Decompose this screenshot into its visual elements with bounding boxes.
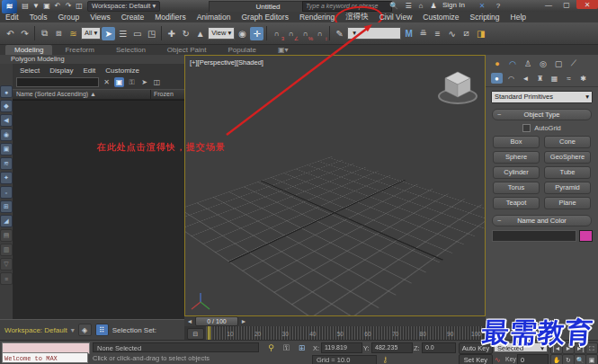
column-name[interactable]: Name (Sorted Ascending) ▲ [13, 90, 150, 99]
display-bones-icon[interactable]: ✦ [0, 172, 13, 184]
selection-filter-dropdown[interactable]: All ▾ [81, 27, 101, 40]
align-icon[interactable]: ≞ [416, 27, 430, 40]
select-manipulate-icon[interactable]: ✛ [250, 27, 263, 40]
mini-curve-editor-icon[interactable]: ⊟ [187, 328, 204, 340]
select-object-icon[interactable]: ➤ [102, 27, 115, 40]
display-tab-icon[interactable]: ▢ [552, 58, 565, 69]
maximize-viewport-icon[interactable]: ▣ [585, 354, 598, 364]
menu-rendering[interactable]: Rendering [294, 13, 340, 22]
display-helpers-icon[interactable]: ▣ [0, 143, 13, 155]
object-type-rollout[interactable]: − Object Type [492, 109, 592, 120]
explorer-menu-customize[interactable]: Customize [105, 67, 139, 75]
set-key-button[interactable]: Set Key [459, 354, 493, 364]
select-move-icon[interactable]: ✚ [165, 27, 178, 40]
menu-graph-editors[interactable]: Graph Editors [236, 13, 293, 22]
redo-icon[interactable]: ↷ [18, 27, 31, 40]
explorer-column-header[interactable]: Name (Sorted Ascending) ▲ Frozen [13, 89, 184, 100]
maxscript-listener-output[interactable]: Welcome to MAX [2, 352, 88, 363]
primitive-category-dropdown[interactable]: Standard Primitives▾ [491, 91, 593, 103]
create-tab-icon[interactable]: ● [491, 58, 504, 69]
viewcube[interactable] [435, 67, 480, 108]
sign-in-button[interactable]: Sign In [442, 1, 465, 9]
help-icon[interactable]: ? [493, 1, 504, 10]
workspace-selector[interactable]: Workspace: Default [4, 326, 67, 334]
find-icon[interactable]: ▣ [114, 77, 124, 87]
transform-lock-icon[interactable]: ⚿ [281, 342, 292, 353]
mirror-icon[interactable]: M [402, 27, 415, 40]
explorer-folder-icon[interactable]: ◫ [152, 77, 162, 87]
selection-lock-icon[interactable]: ⠿ [95, 324, 109, 336]
track-bar[interactable]: ⊟ 10 20 30 40 50 60 70 80 90 100 [184, 326, 486, 341]
display-cameras-icon[interactable]: ◉ [0, 129, 13, 141]
explorer-menu-display[interactable]: Display [49, 67, 73, 75]
layer-manager-icon[interactable]: ≡ [431, 27, 444, 40]
orbit-icon[interactable]: ↻ [562, 354, 575, 364]
menu-tools[interactable]: Tools [24, 13, 53, 22]
isolate-selection-icon[interactable]: ◈ [78, 324, 92, 336]
snap-toggle-3d-icon[interactable]: ∩3 [270, 27, 283, 40]
select-link-icon[interactable]: ⧉ [38, 27, 51, 40]
menu-modifiers[interactable]: Modifiers [149, 13, 191, 22]
close-button[interactable]: ✕ [576, 0, 598, 9]
utilities-tab-icon[interactable]: ⟋ [567, 58, 580, 69]
named-selection-sets-dropdown[interactable]: ▾ [347, 27, 401, 40]
hierarchy-tab-icon[interactable]: ♙ [522, 58, 534, 69]
cylinder-button[interactable]: Cylinder [493, 166, 540, 179]
x-coordinate-field[interactable]: 119.819 [321, 342, 362, 353]
explorer-menu-select[interactable]: Select [20, 67, 40, 75]
clear-search-icon[interactable]: ✕ [102, 77, 112, 87]
select-rotate-icon[interactable]: ↻ [179, 27, 192, 40]
select-by-name-icon[interactable]: ☰ [116, 27, 129, 40]
tab-selection[interactable]: Selection [107, 45, 155, 55]
display-shapes-icon[interactable]: ◆ [0, 100, 13, 112]
menu-customize[interactable]: Customize [417, 13, 464, 22]
bind-spacewarp-icon[interactable]: ≋ [67, 27, 80, 40]
viewport-label[interactable]: [+][Perspective][Shaded] [190, 58, 263, 67]
object-color-swatch[interactable] [579, 230, 593, 242]
lock-icon[interactable]: ⚿ [127, 77, 137, 87]
reference-coordinate-dropdown[interactable]: View ▾ [208, 27, 235, 40]
plane-button[interactable]: Plane [544, 197, 591, 209]
explorer-menu-edit[interactable]: Edit [83, 67, 95, 75]
edit-named-selection-sets-icon[interactable]: ✎ [333, 27, 346, 40]
absolute-mode-icon[interactable]: ⊞ [296, 342, 308, 353]
chevron-down-icon[interactable]: ▾ [71, 326, 75, 334]
sphere-button[interactable]: Sphere [493, 151, 540, 164]
tab-object-paint[interactable]: Object Paint [158, 45, 216, 55]
explorer-object-list[interactable] [13, 100, 184, 319]
tube-button[interactable]: Tube [544, 166, 591, 179]
systems-category-icon[interactable]: ✱ [577, 73, 589, 84]
teapot-button[interactable]: Teapot [493, 197, 540, 209]
tab-populate[interactable]: Populate [219, 45, 265, 55]
previous-frame-icon[interactable]: ◄ [184, 318, 195, 324]
shapes-category-icon[interactable]: ◠ [505, 73, 517, 84]
y-coordinate-field[interactable]: 482.235 [371, 342, 413, 353]
explorer-search-input[interactable] [16, 77, 99, 87]
cameras-category-icon[interactable]: ♜ [534, 73, 546, 84]
angle-snap-icon[interactable]: ∩∠ [284, 27, 298, 40]
unlink-selection-icon[interactable]: ⧈ [52, 27, 66, 40]
pyramid-button[interactable]: Pyramid [544, 182, 591, 194]
lights-category-icon[interactable]: ◄ [520, 73, 531, 84]
helpers-category-icon[interactable]: ▦ [549, 73, 560, 84]
undo-quick-icon[interactable]: ↶ [52, 2, 63, 11]
minimize-button[interactable]: — [540, 0, 558, 9]
next-frame-icon[interactable]: ► [238, 318, 249, 324]
torus-button[interactable]: Torus [493, 182, 540, 194]
menu-edit[interactable]: Edit [0, 13, 24, 22]
sort-hierarchy-icon[interactable]: ▥ [0, 244, 13, 256]
3dsmax-logo-icon[interactable]: ≋ [2, 0, 17, 13]
menu-civil-view[interactable]: Civil View [374, 13, 418, 22]
search-input[interactable]: Type a keyword or phrase [302, 1, 392, 12]
project-folder-icon[interactable]: ◫ [74, 2, 85, 11]
current-frame-field[interactable]: 0 [517, 354, 549, 364]
sort-layer-icon[interactable]: ▤ [0, 229, 13, 242]
pick-icon[interactable]: ➤ [139, 77, 149, 87]
rectangular-selection-icon[interactable]: ▭ [130, 27, 144, 40]
motion-tab-icon[interactable]: ◎ [537, 58, 549, 69]
display-spacewarps-icon[interactable]: ≋ [0, 157, 13, 170]
menu-create[interactable]: Create [116, 13, 150, 22]
workspace-dropdown[interactable]: Workspace: Default ▾ [87, 1, 160, 12]
menu-group[interactable]: Group [53, 13, 85, 22]
z-coordinate-field[interactable]: 0.0 [422, 342, 456, 353]
